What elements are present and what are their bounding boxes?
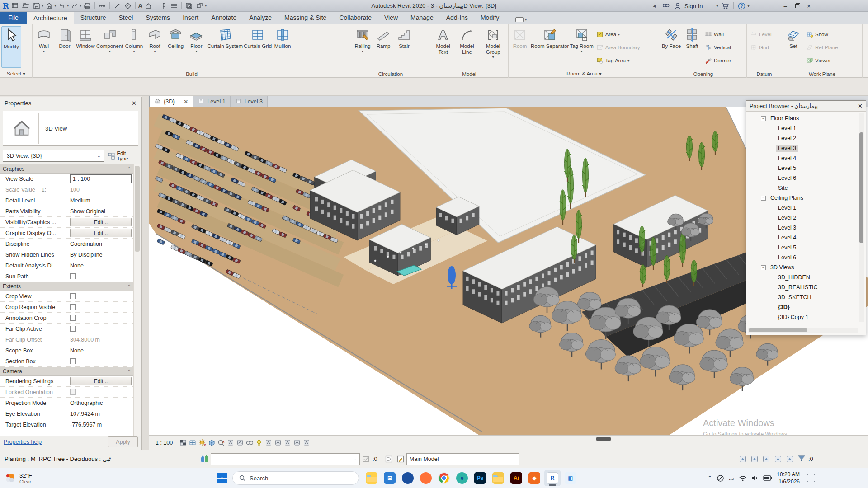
roof-button[interactable]: Roof▾ [145,26,165,68]
ribbon-tab-view[interactable]: View [378,12,404,24]
checkbox[interactable] [70,273,76,279]
taskbar-app-revit[interactable]: R [544,470,561,486]
default-3d-view-icon[interactable] [143,1,153,10]
model-text-button[interactable]: Model Text [432,26,454,68]
worksets-icon[interactable] [201,455,209,463]
panel-label[interactable]: Select ▾ [0,70,32,77]
wall-button[interactable]: Wall▾ [34,26,54,68]
floor-button[interactable]: Floor▾ [186,26,206,68]
room-button[interactable]: Room [510,26,530,68]
section-icon[interactable] [158,1,168,10]
ribbon-tab-insert[interactable]: Insert [176,12,205,24]
taskbar-app-app-orange[interactable]: ◆ [526,470,542,486]
properties-scrollbar[interactable] [133,164,141,436]
worksharing-display-icon[interactable] [274,439,282,447]
sign-in-button[interactable]: Sign In [684,3,703,9]
section-header-extents[interactable]: Extents⌃ [0,282,134,291]
taskbar-app-photoshop[interactable]: Ps [472,470,488,486]
rendering-dialog-icon[interactable]: x [217,439,225,447]
model-group-button[interactable]: Model Group▾ [480,26,507,68]
view-tab-close-icon[interactable]: ✕ [184,99,188,105]
aligned-dimension-icon[interactable] [112,1,122,10]
value[interactable]: -776.5967 m [70,422,102,428]
set-button[interactable]: Set [783,26,803,68]
collapse-icon[interactable]: − [761,116,766,121]
room-separator-button[interactable]: Room Separator [531,26,569,68]
drag-on-selection-icon[interactable] [786,455,794,463]
design-option-edit-icon[interactable] [396,455,405,463]
select-links-icon[interactable] [739,455,747,463]
curtain-system-button[interactable]: Curtain System [207,26,243,68]
undo-icon[interactable] [57,1,67,10]
redo-dropdown-icon[interactable]: ▾ [80,4,81,8]
level-button[interactable]: 1Level [748,28,774,41]
ribbon-tab-modify[interactable]: Modify [474,12,505,24]
checkbox[interactable] [70,315,76,321]
wifi-icon[interactable] [739,475,747,481]
tree-item-level-4[interactable]: Level 4 [748,233,857,243]
ribbon-tab-annotate[interactable]: Annotate [205,12,243,24]
tree-item-3d-views[interactable]: −3D Views [748,263,857,272]
sun-path-icon[interactable]: x [198,439,206,447]
ribbon-tab-massing-site[interactable]: Massing & Site [278,12,333,24]
filter-icon[interactable] [797,455,806,463]
value[interactable]: Show Original [70,208,105,215]
view-tab-level3[interactable]: Level 3 [231,96,268,107]
value[interactable]: Coordination [70,241,102,247]
tree-item-3d-realistic[interactable]: 3D_REALISTIC [748,282,857,292]
taskbar-app-firefox[interactable] [418,470,434,486]
taskbar-app-edge[interactable]: e [454,470,470,486]
area-boundary-button[interactable]: Area Boundary [594,41,642,54]
edit-type-button[interactable]: Edit Type [108,150,138,161]
window-button[interactable]: Window [75,26,95,68]
view-tab-3d[interactable]: {3D}✕ [149,96,193,107]
displacement-sets-icon[interactable] [283,439,292,447]
measure-icon[interactable] [97,1,107,10]
reveal-constraints-icon[interactable] [302,439,311,447]
tree-item-level-5[interactable]: Level 5 [748,163,857,173]
taskbar-app-file-explorer[interactable] [363,470,380,486]
project-browser-close-icon[interactable]: ✕ [858,103,863,109]
tree-item-level-1[interactable]: Level 1 [748,203,857,213]
model-line-button[interactable]: Model Line [455,26,478,68]
project-browser-hscrollbar[interactable] [748,328,858,333]
tree-item-level-3[interactable]: Level 3 [748,223,857,233]
value[interactable]: By Discipline [70,252,103,258]
ribbon-tab-manage[interactable]: Manage [404,12,440,24]
tree-item-level-3[interactable]: Level 3 [748,143,857,153]
tree-item-level-2[interactable]: Level 2 [748,133,857,143]
tree-item-level-2[interactable]: Level 2 [748,213,857,223]
type-selector[interactable]: 3D View [3,111,138,146]
taskbar-app-folder[interactable] [490,470,506,486]
tag-area-button[interactable]: Tag Area▾ [594,54,642,67]
ribbon-tab-architecture[interactable]: Architecture [27,12,74,24]
sync-dropdown-icon[interactable]: ▾ [54,4,56,8]
tag-by-category-icon[interactable] [123,1,133,10]
value[interactable]: 107.9424 m [70,411,100,417]
help-icon[interactable]: ? [737,1,747,10]
taskbar-app-illustrator[interactable]: Ai [508,470,524,486]
value[interactable]: 100 [70,187,80,193]
taskbar-app-chrome[interactable] [436,470,452,486]
thin-lines-icon[interactable] [169,1,179,10]
tree-item-level-4[interactable]: Level 4 [748,153,857,163]
dormer-button[interactable]: Dormer [703,54,733,67]
search-icon[interactable] [661,1,671,10]
collapse-icon[interactable]: − [761,265,766,270]
do-not-disturb-icon[interactable] [717,474,724,482]
ribbon-tab-analyze[interactable]: Analyze [243,12,278,24]
tree-item-site[interactable]: Site [748,183,857,193]
value[interactable]: None [70,347,84,354]
tree-item-3d-hidden[interactable]: 3D_HIDDEN [748,272,857,282]
save-dropdown-icon[interactable]: ▾ [42,4,43,8]
switch-windows-icon[interactable] [195,1,205,10]
battery-icon[interactable] [763,475,772,481]
weather-widget[interactable]: 32°F Clear [5,472,72,484]
railing-button[interactable]: Railing▾ [353,26,373,68]
close-button[interactable]: × [803,1,815,11]
wall-button[interactable]: Wall [703,28,733,41]
section-header-graphics[interactable]: Graphics⌃ [0,164,134,174]
select-pinned-icon[interactable] [762,455,770,463]
taskbar-app-microsoft-store[interactable]: ⊞ [382,470,398,486]
vertical-button[interactable]: Vertical [703,41,733,54]
